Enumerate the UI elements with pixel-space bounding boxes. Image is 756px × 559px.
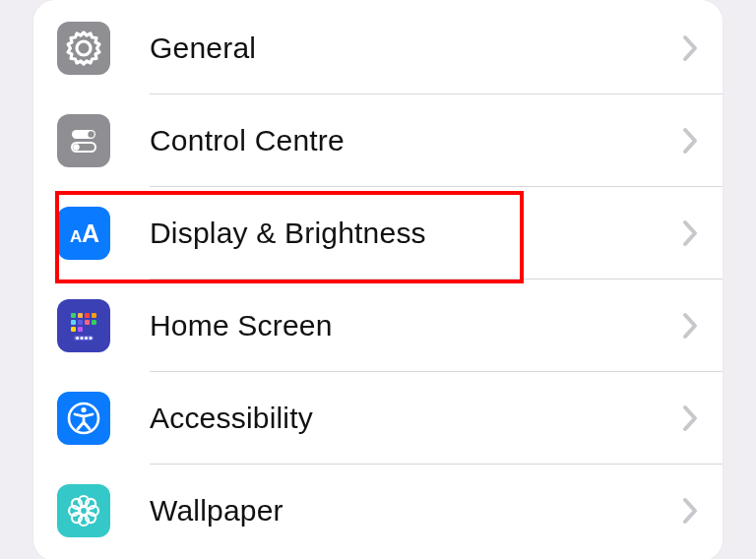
flower-icon: [57, 484, 110, 537]
svg-rect-9: [85, 313, 90, 318]
settings-item-label: Display & Brightness: [150, 217, 681, 250]
settings-card: General Control Centre A A D: [33, 0, 723, 559]
svg-point-19: [80, 337, 83, 340]
chevron-right-icon: [681, 404, 705, 433]
settings-item-display-brightness[interactable]: A A Display & Brightness: [33, 187, 723, 280]
settings-item-home-screen[interactable]: Home Screen: [33, 280, 723, 372]
svg-point-2: [88, 131, 94, 137]
home-grid-icon: [57, 299, 110, 352]
svg-rect-13: [85, 320, 90, 325]
svg-rect-15: [71, 327, 76, 332]
svg-text:A: A: [70, 227, 82, 246]
svg-point-0: [77, 41, 91, 55]
svg-point-4: [73, 144, 79, 150]
settings-item-general[interactable]: General: [33, 2, 723, 94]
svg-text:A: A: [82, 219, 99, 247]
chevron-right-icon: [681, 126, 705, 155]
svg-rect-16: [78, 327, 83, 332]
chevron-right-icon: [681, 311, 705, 341]
settings-item-label: Control Centre: [150, 124, 681, 157]
settings-item-label: Wallpaper: [150, 494, 681, 528]
svg-rect-11: [71, 320, 76, 325]
settings-item-accessibility[interactable]: Accessibility: [33, 372, 723, 465]
chevron-right-icon: [681, 218, 705, 248]
settings-item-label: Home Screen: [150, 309, 681, 342]
svg-point-20: [85, 337, 88, 340]
svg-point-18: [76, 337, 79, 340]
svg-rect-10: [92, 313, 96, 318]
settings-item-label: General: [150, 31, 681, 65]
settings-item-control-centre[interactable]: Control Centre: [33, 94, 723, 187]
settings-item-wallpaper[interactable]: Wallpaper: [33, 465, 723, 557]
accessibility-icon: [57, 392, 110, 445]
svg-rect-7: [71, 313, 76, 318]
svg-point-23: [81, 407, 86, 412]
text-size-icon: A A: [57, 207, 110, 260]
svg-rect-14: [92, 320, 96, 325]
svg-rect-8: [78, 313, 83, 318]
svg-point-21: [89, 337, 92, 340]
chevron-right-icon: [681, 33, 705, 63]
svg-rect-12: [78, 320, 83, 325]
chevron-right-icon: [681, 496, 705, 526]
toggles-icon: [57, 114, 110, 167]
gear-icon: [57, 22, 110, 75]
settings-item-label: Accessibility: [150, 402, 681, 435]
